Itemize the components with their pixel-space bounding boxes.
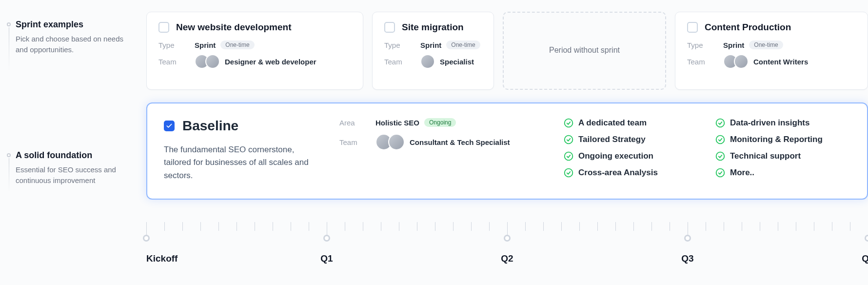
svg-point-6 — [565, 169, 573, 177]
ruler-ticks — [146, 222, 868, 243]
sprint-title: Content Production — [705, 22, 791, 33]
svg-point-5 — [716, 152, 725, 161]
check-circle-icon — [715, 118, 725, 128]
sprint-title: Site migration — [402, 22, 464, 33]
side-sprints-sub: Pick and choose based on needs and oppor… — [16, 34, 128, 55]
ruler-label: Q4 — [862, 253, 868, 264]
avatars — [420, 54, 435, 69]
ruler-label: Q3 — [681, 253, 693, 264]
baseline-panel[interactable]: Baseline The fundamental SEO cornerstone… — [146, 102, 868, 200]
type-value: Sprint — [195, 41, 216, 49]
type-label: Type — [158, 41, 186, 49]
feature-item: A dedicated team — [564, 118, 696, 128]
ruler-node-icon — [504, 235, 511, 242]
type-value: Sprint — [723, 41, 744, 49]
avatars — [375, 134, 405, 150]
ruler-label: Kickoff — [146, 253, 178, 264]
ruler-node-icon — [684, 235, 691, 242]
badge-onetime: One-time — [446, 41, 480, 49]
area-label: Area — [339, 119, 367, 127]
team-value: Consultant & Tech Specialist — [410, 138, 510, 146]
ruler-node-icon — [323, 235, 330, 242]
svg-point-4 — [565, 152, 573, 161]
baseline-title: Baseline — [182, 118, 238, 134]
type-label: Type — [687, 41, 714, 49]
side-label-foundation: A solid foundation Essential for SEO suc… — [16, 150, 128, 186]
feature-item: Ongoing execution — [564, 151, 696, 161]
check-circle-icon — [564, 168, 573, 178]
team-label: Team — [158, 58, 186, 66]
feature-text: Ongoing execution — [578, 151, 653, 161]
check-circle-icon — [564, 151, 573, 161]
ruler-node-icon — [865, 235, 868, 242]
bullet-icon — [7, 22, 11, 26]
sprints-row: New website development Type Sprint One-… — [146, 12, 868, 90]
avatars — [195, 54, 220, 69]
svg-point-2 — [565, 136, 573, 144]
check-circle-icon — [564, 118, 573, 128]
bullet-line — [9, 27, 9, 71]
feature-text: Tailored Strategy — [578, 135, 646, 144]
feature-text: A dedicated team — [578, 118, 647, 128]
sprint-card[interactable]: Site migration Type Sprint One-time Team… — [372, 12, 494, 90]
timeline-ruler: KickoffQ1Q2Q3Q4 — [146, 222, 868, 281]
team-value: Specialist — [440, 58, 474, 66]
bullet-line — [9, 158, 9, 192]
check-circle-icon — [715, 168, 725, 178]
check-circle-icon — [715, 135, 725, 144]
badge-onetime: One-time — [749, 41, 783, 49]
ruler-node-icon — [143, 235, 150, 242]
feature-text: Technical support — [730, 151, 801, 161]
check-circle-icon — [564, 135, 573, 144]
feature-list: A dedicated teamData-driven insightsTail… — [564, 118, 848, 182]
svg-point-7 — [716, 169, 725, 177]
team-value: Designer & web developer — [225, 58, 316, 66]
side-foundation-title: A solid foundation — [16, 150, 128, 161]
side-foundation-sub: Essential for SEO success and continuous… — [16, 164, 128, 186]
feature-text: Data-driven insights — [730, 118, 809, 128]
team-label: Team — [687, 58, 714, 66]
svg-point-3 — [716, 136, 725, 144]
feature-item: Cross-area Analysis — [564, 168, 696, 178]
sprint-card-empty: Period without sprint — [503, 12, 666, 90]
svg-point-1 — [716, 119, 725, 127]
type-value: Sprint — [420, 41, 441, 49]
area-value: Holistic SEO — [375, 119, 419, 127]
badge-ongoing: Ongoing — [424, 118, 456, 127]
team-value: Content Writers — [753, 58, 808, 66]
avatars — [723, 54, 749, 69]
side-sprints-title: Sprint examples — [16, 20, 128, 30]
check-circle-icon — [715, 151, 725, 161]
checkbox-icon[interactable] — [158, 22, 169, 33]
team-label: Team — [384, 58, 412, 66]
side-label-sprints: Sprint examples Pick and choose based on… — [16, 20, 128, 55]
feature-text: More.. — [730, 168, 754, 178]
feature-text: Cross-area Analysis — [578, 168, 658, 178]
svg-point-0 — [565, 119, 573, 127]
sprint-card[interactable]: Content Production Type Sprint One-time … — [675, 12, 868, 90]
feature-item: Tailored Strategy — [564, 135, 696, 144]
feature-item: Monitoring & Reporting — [715, 135, 848, 144]
bullet-icon — [7, 153, 11, 157]
checkbox-checked-icon[interactable] — [164, 121, 175, 131]
ruler-label: Q1 — [320, 253, 333, 264]
sprint-card[interactable]: New website development Type Sprint One-… — [146, 12, 363, 90]
empty-label: Period without sprint — [549, 46, 620, 55]
sprint-title: New website development — [176, 22, 292, 33]
baseline-desc: The fundamental SEO cornerstone, tailore… — [164, 143, 310, 182]
badge-onetime: One-time — [220, 41, 254, 49]
feature-item: More.. — [715, 168, 848, 178]
feature-text: Monitoring & Reporting — [730, 135, 823, 144]
team-label: Team — [339, 138, 367, 146]
type-label: Type — [384, 41, 412, 49]
checkbox-icon[interactable] — [687, 22, 698, 33]
feature-item: Technical support — [715, 151, 848, 161]
ruler-label: Q2 — [501, 253, 513, 264]
checkbox-icon[interactable] — [384, 22, 395, 33]
feature-item: Data-driven insights — [715, 118, 848, 128]
